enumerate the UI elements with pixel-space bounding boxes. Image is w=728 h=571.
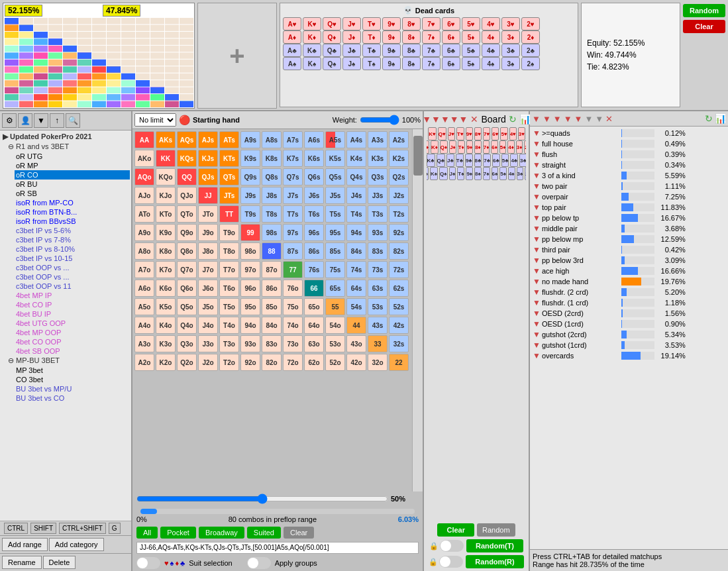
hand-cell-98o[interactable]: 98o xyxy=(240,242,260,260)
dead-card-6c[interactable]: 6♣ xyxy=(442,44,460,57)
board-card-Jh[interactable]: J♥ xyxy=(448,127,455,140)
sidebar-item-isor-bb[interactable]: isoR from BBvsSB xyxy=(15,217,130,226)
hand-cell-A3s[interactable]: A3s xyxy=(368,131,388,148)
dead-card-9d[interactable]: 9♦ xyxy=(382,30,401,44)
board-card-4h[interactable]: 4♥ xyxy=(509,127,517,140)
sidebar-item-sb[interactable]: oR SB xyxy=(15,189,130,198)
hand-cell-Q3o[interactable]: Q3o xyxy=(177,335,197,352)
hand-cell-82s[interactable]: 82s xyxy=(389,242,409,260)
tree-root[interactable]: ▶ Updated PokerPro 2021 xyxy=(1,132,130,142)
hand-cell-87o[interactable]: 87o xyxy=(262,261,282,278)
hand-cell-42s[interactable]: 42s xyxy=(389,317,409,334)
hand-cell-94s[interactable]: 94s xyxy=(346,224,366,241)
sidebar-item-4bet-mp[interactable]: 4bet MP IP xyxy=(15,291,130,300)
board-card-2s[interactable]: 2♠ xyxy=(525,167,526,180)
hand-cell-J7s[interactable]: J7s xyxy=(283,187,303,204)
dead-card-4h[interactable]: 4♥ xyxy=(482,17,500,30)
hand-cell-AA[interactable]: AA xyxy=(134,131,154,148)
hand-cell-88[interactable]: 88 xyxy=(262,242,282,260)
sidebar-item-4bet-utg-oop[interactable]: 4bet UTG OOP xyxy=(15,319,130,328)
lock-toggle-1[interactable] xyxy=(440,540,464,552)
dead-card-Qd[interactable]: Q♦ xyxy=(323,30,341,44)
hand-cell-KTs[interactable]: KTs xyxy=(219,150,239,167)
hand-cell-K7o[interactable]: K7o xyxy=(156,261,176,278)
stats-filter-5[interactable]: ▼ xyxy=(574,114,583,124)
hand-cell-65s[interactable]: 65s xyxy=(325,280,345,297)
stat-filter-icon[interactable]: ▼ xyxy=(533,309,541,318)
dead-card-Qh[interactable]: Q♥ xyxy=(323,17,341,30)
hand-cell-T3o[interactable]: T3o xyxy=(219,335,239,352)
sidebar-item-utg[interactable]: oR UTG xyxy=(15,152,130,161)
board-card-Th[interactable]: T♥ xyxy=(456,127,464,140)
hand-cell-J6o[interactable]: J6o xyxy=(198,280,218,297)
hand-cell-Q5s[interactable]: Q5s xyxy=(325,168,345,185)
sidebar-item-r1-3bet[interactable]: ⊖ R1 and vs 3BET xyxy=(7,142,130,152)
dead-card-5c[interactable]: 5♣ xyxy=(462,44,480,57)
dead-card-6d[interactable]: 6♦ xyxy=(442,30,460,44)
dead-card-2h[interactable]: 2♥ xyxy=(521,17,540,30)
hand-cell-J8o[interactable]: J8o xyxy=(198,242,218,260)
hand-cell-K9s[interactable]: K9s xyxy=(240,150,260,167)
dead-card-9c[interactable]: 9♣ xyxy=(382,44,401,57)
hand-cell-72s[interactable]: 72s xyxy=(389,261,409,278)
hand-cell-K7s[interactable]: K7s xyxy=(283,150,303,167)
board-card-6c[interactable]: 6♣ xyxy=(492,154,500,167)
hand-cell-AQo[interactable]: AQo xyxy=(134,168,154,185)
add-category-button[interactable]: Add category xyxy=(49,538,104,551)
hand-cell-T4s[interactable]: T4s xyxy=(346,205,366,223)
dead-card-Ks[interactable]: K♠ xyxy=(303,57,321,70)
range-slider[interactable] xyxy=(136,493,388,504)
hand-cell-J9s[interactable]: J9s xyxy=(240,187,260,204)
hand-cell-64o[interactable]: 64o xyxy=(304,317,324,334)
sidebar-item-bu3bet-co[interactable]: BU 3bet vs CO xyxy=(15,393,130,403)
board-card-8h[interactable]: 8♥ xyxy=(474,127,482,140)
dead-card-Js[interactable]: J♠ xyxy=(342,57,361,70)
board-clear-button[interactable]: Clear xyxy=(437,523,474,537)
stat-filter-icon[interactable]: ▼ xyxy=(533,171,541,180)
hand-cell-K3o[interactable]: K3o xyxy=(156,335,176,352)
board-card-Jc[interactable]: J♣ xyxy=(446,154,454,167)
hand-cell-A6s[interactable]: A6s xyxy=(304,131,324,148)
hand-cell-A6o[interactable]: A6o xyxy=(134,280,154,297)
hand-cell-T2o[interactable]: T2o xyxy=(219,354,239,371)
suited-button[interactable]: Suited xyxy=(247,527,281,539)
hand-cell-J4o[interactable]: J4o xyxy=(198,317,218,334)
hand-cell-84o[interactable]: 84o xyxy=(262,317,282,334)
hand-cell-55[interactable]: 55 xyxy=(325,298,345,315)
hand-cell-43s[interactable]: 43s xyxy=(368,317,388,334)
hand-cell-96s[interactable]: 96s xyxy=(304,224,324,241)
sidebar-item-c3bet-oop1[interactable]: c3bet OOP vs ... xyxy=(15,263,130,272)
stat-filter-icon[interactable]: ▼ xyxy=(533,203,541,212)
board-card-Ad[interactable]: A♦ xyxy=(427,140,429,154)
sidebar-item-co[interactable]: oR CO xyxy=(15,170,130,180)
board-card-Qs[interactable]: Q♠ xyxy=(439,167,447,180)
dead-card-6h[interactable]: 6♥ xyxy=(442,17,460,30)
hand-cell-AJs[interactable]: AJs xyxy=(198,131,218,148)
board-card-3d[interactable]: 3♦ xyxy=(516,140,523,154)
hand-cell-53o[interactable]: 53o xyxy=(325,335,345,352)
hand-cell-T7s[interactable]: T7s xyxy=(283,205,303,223)
hand-cell-K5o[interactable]: K5o xyxy=(156,298,176,315)
sidebar-item-4bet-sb-oop[interactable]: 4bet SB OOP xyxy=(15,346,130,356)
hand-cell-Q6o[interactable]: Q6o xyxy=(177,280,197,297)
board-card-7h[interactable]: 7♥ xyxy=(483,127,490,140)
hand-cell-54o[interactable]: 54o xyxy=(325,317,345,334)
hand-cell-66[interactable]: 66 xyxy=(304,280,324,297)
board-card-5s[interactable]: 5♠ xyxy=(499,167,507,180)
dead-card-3h[interactable]: 3♥ xyxy=(501,17,520,30)
stat-filter-icon[interactable]: ▼ xyxy=(533,287,541,297)
hand-cell-42o[interactable]: 42o xyxy=(346,354,366,371)
ctrl-key[interactable]: CTRL xyxy=(4,523,28,534)
sidebar-item-c3bet-oop3[interactable]: c3bet OOP vs 11 xyxy=(15,282,130,291)
dead-card-5h[interactable]: 5♥ xyxy=(462,17,480,30)
dead-card-2c[interactable]: 2♣ xyxy=(521,44,540,57)
dead-card-8s[interactable]: 8♠ xyxy=(402,57,421,70)
lock-toggle-2[interactable] xyxy=(439,556,463,568)
hand-cell-ATs[interactable]: ATs xyxy=(219,131,239,148)
board-card-Ks[interactable]: K♠ xyxy=(430,167,438,180)
hand-cell-73o[interactable]: 73o xyxy=(283,335,303,352)
hand-cell-QQ[interactable]: QQ xyxy=(177,168,197,185)
hand-cell-T8o[interactable]: T8o xyxy=(219,242,239,260)
hand-cell-92o[interactable]: 92o xyxy=(240,354,260,371)
stat-filter-icon[interactable]: ▼ xyxy=(533,351,541,360)
